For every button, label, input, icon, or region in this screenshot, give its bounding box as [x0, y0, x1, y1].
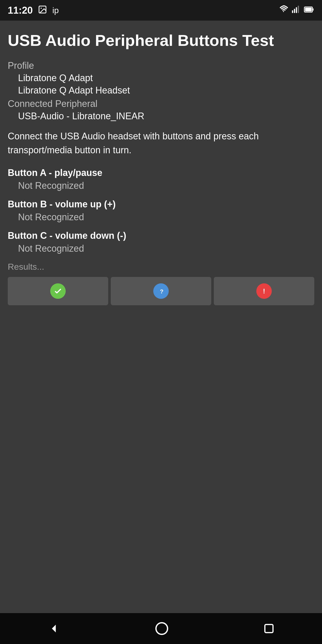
svg-point-11: [156, 623, 167, 634]
pass-icon: [50, 283, 66, 299]
svg-rect-3: [294, 9, 295, 13]
battery-icon: [304, 5, 314, 16]
svg-rect-2: [292, 10, 293, 13]
nav-back-button[interactable]: [46, 621, 62, 636]
profile-item-2: Libratone Q Adapt Headset: [8, 85, 314, 96]
svg-rect-7: [312, 8, 313, 11]
results-label: Results...: [8, 262, 314, 272]
fail-button[interactable]: !: [214, 277, 314, 305]
button-c-section: Button C - volume down (-) Not Recognize…: [8, 230, 314, 254]
page-title: USB Audio Peripheral Buttons Test: [8, 31, 314, 50]
connected-peripheral-value: USB-Audio - Libratone_INEAR: [8, 111, 314, 122]
button-b-label: Button B - volume up (+): [8, 199, 314, 210]
status-bar-right: [279, 5, 314, 16]
svg-rect-5: [298, 6, 299, 13]
wifi-icon: [279, 5, 289, 16]
button-c-label: Button C - volume down (-): [8, 230, 314, 241]
profile-section: Profile Libratone Q Adapt Libratone Q Ad…: [8, 60, 314, 96]
nav-recents-button[interactable]: [262, 622, 276, 635]
profile-item-1: Libratone Q Adapt: [8, 73, 314, 83]
signal-icon: [292, 5, 301, 16]
fail-icon: !: [256, 283, 272, 299]
status-time: 11:20: [8, 5, 33, 16]
status-bar: 11:20 ip: [0, 0, 322, 21]
svg-text:?: ?: [160, 288, 164, 295]
pass-button[interactable]: [8, 277, 108, 305]
nav-bar: [0, 613, 322, 644]
button-b-section: Button B - volume up (+) Not Recognized: [8, 199, 314, 223]
nav-home-button[interactable]: [154, 621, 170, 636]
instruction-text: Connect the USB Audio headset with butto…: [8, 129, 314, 157]
main-content: USB Audio Peripheral Buttons Test Profil…: [0, 21, 322, 613]
profile-label: Profile: [8, 60, 314, 71]
svg-point-1: [41, 7, 42, 9]
status-bar-left: 11:20 ip: [8, 5, 59, 16]
info-button[interactable]: ?: [111, 277, 211, 305]
connected-peripheral-section: Connected Peripheral USB-Audio - Librato…: [8, 98, 314, 122]
button-a-status: Not Recognized: [8, 180, 314, 191]
svg-rect-8: [305, 7, 312, 11]
button-c-status: Not Recognized: [8, 243, 314, 254]
image-icon: [38, 5, 47, 16]
svg-rect-12: [265, 624, 273, 633]
connected-peripheral-label: Connected Peripheral: [8, 98, 314, 109]
button-b-status: Not Recognized: [8, 212, 314, 223]
svg-rect-4: [296, 7, 297, 13]
button-a-label: Button A - play/pause: [8, 167, 314, 178]
button-a-section: Button A - play/pause Not Recognized: [8, 167, 314, 191]
action-buttons: ? !: [8, 277, 314, 305]
ip-label: ip: [52, 6, 59, 15]
info-icon: ?: [153, 283, 169, 299]
svg-text:!: !: [263, 287, 265, 295]
